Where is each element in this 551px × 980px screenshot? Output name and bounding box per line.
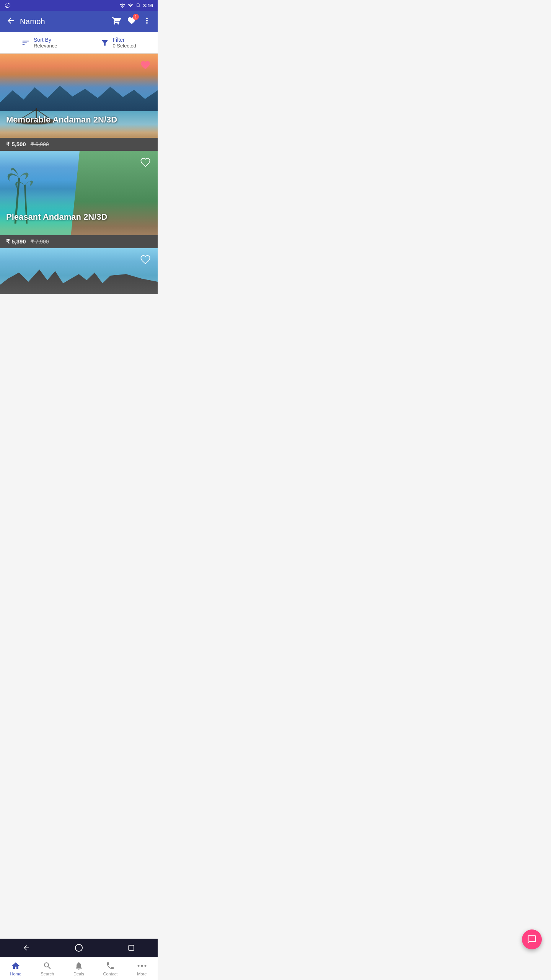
- card-1-title: Memorable Andaman 2N/3D: [6, 114, 135, 126]
- filter-label: Filter: [113, 37, 136, 43]
- time-display: 3:16: [143, 3, 153, 8]
- sort-filter-bar: Sort By Relevance Filter 0 Selected: [0, 32, 158, 54]
- card-1-price-original: ₹ 6,900: [31, 141, 49, 147]
- back-arrow-icon: [6, 16, 15, 25]
- filter-value: 0 Selected: [113, 43, 136, 49]
- top-nav-icons: 1: [112, 16, 152, 27]
- status-right-icons: 3:16: [119, 3, 153, 8]
- card-2-price-bar: ₹ 5,390 ₹ 7,900: [0, 235, 158, 248]
- sort-value: Relevance: [34, 43, 57, 49]
- cart-icon: [112, 16, 121, 25]
- card-1-wishlist-button[interactable]: [139, 58, 152, 72]
- wifi-icon: [119, 3, 126, 8]
- wishlist-badge: 1: [133, 14, 139, 20]
- battery-icon: [135, 3, 141, 8]
- filter-icon: [101, 39, 109, 47]
- dots-vertical-icon: [142, 16, 152, 25]
- status-bar: 3:16: [0, 0, 158, 11]
- card-memorable-andaman[interactable]: Memorable Andaman 2N/3D ₹ 5,500 ₹ 6,900: [0, 54, 158, 151]
- heart-outline-icon-3: [140, 254, 151, 265]
- spinner-icon: [5, 2, 11, 8]
- card-2-image: Pleasant Andaman 2N/3D: [0, 151, 158, 235]
- heart-outline-icon: [140, 157, 151, 168]
- menu-button[interactable]: [142, 16, 152, 27]
- card-1-image: Memorable Andaman 2N/3D: [0, 54, 158, 138]
- card-3-wishlist-button[interactable]: [139, 253, 152, 266]
- status-left-icons: [5, 2, 11, 8]
- card-pleasant-andaman[interactable]: Pleasant Andaman 2N/3D ₹ 5,390 ₹ 7,900: [0, 151, 158, 248]
- top-nav-bar: Namoh 1: [0, 11, 158, 32]
- sort-icon: [21, 39, 30, 47]
- card-2-title: Pleasant Andaman 2N/3D: [6, 212, 135, 223]
- sort-label: Sort By: [34, 37, 57, 43]
- back-button[interactable]: [6, 16, 15, 27]
- card-1-price-current: ₹ 5,500: [6, 141, 26, 148]
- wishlist-button[interactable]: 1: [127, 16, 136, 27]
- filter-button[interactable]: Filter 0 Selected: [79, 32, 158, 53]
- sort-button[interactable]: Sort By Relevance: [0, 32, 79, 53]
- card-partial-3[interactable]: [0, 248, 158, 294]
- signal-icon: [128, 3, 133, 8]
- heart-filled-icon: [140, 60, 151, 70]
- card-2-price-original: ₹ 7,900: [31, 238, 49, 245]
- cards-container: Memorable Andaman 2N/3D ₹ 5,500 ₹ 6,900: [0, 54, 158, 335]
- sort-text: Sort By Relevance: [34, 37, 57, 49]
- filter-text: Filter 0 Selected: [113, 37, 136, 49]
- card-2-wishlist-button[interactable]: [139, 155, 152, 169]
- cart-button[interactable]: [112, 16, 121, 27]
- app-title: Namoh: [20, 17, 107, 26]
- card-1-price-bar: ₹ 5,500 ₹ 6,900: [0, 138, 158, 151]
- card-2-price-current: ₹ 5,390: [6, 238, 26, 245]
- card-3-image: [0, 248, 158, 294]
